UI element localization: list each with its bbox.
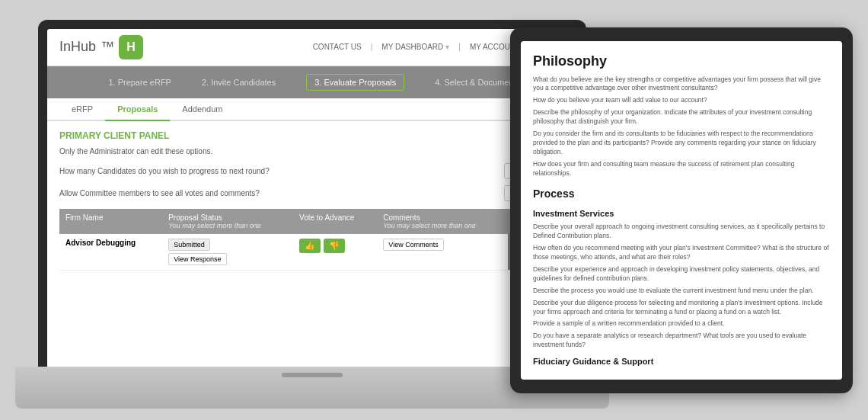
tab-addendum[interactable]: Addendum [170, 98, 235, 121]
my-dashboard-label: MY DASHBOARD [381, 43, 443, 51]
tablet-inv-para-5: Describe your due diligence process for … [533, 299, 830, 317]
separator-1: | [371, 43, 373, 51]
app-header: InHub ™ H CONTACT US | MY DASHBOARD ▾ | [47, 29, 577, 66]
tablet-philosophy-title: Philosophy [533, 53, 830, 69]
tablet-para-3: Describe the philosophy of your organiza… [533, 108, 830, 127]
tablet-inv-para-1: Describe your overall approach to ongoin… [533, 223, 830, 241]
tab-proposals[interactable]: Proposals [105, 98, 170, 121]
vote-up-button[interactable]: 👍 [299, 239, 321, 253]
status-badge: Submitted [168, 239, 210, 251]
laptop-screen-outer: InHub ™ H CONTACT US | MY DASHBOARD ▾ | [38, 20, 586, 367]
tablet-body: What do you believe are the key strength… [533, 75, 830, 368]
step-2[interactable]: 2. Invite Candidates [202, 78, 276, 87]
firm-name: Advisor Debugging [65, 239, 136, 247]
col-comments-header: Comments You may select more than one [377, 209, 508, 234]
tablet-screen: Philosophy What do you believe are the k… [521, 41, 842, 380]
view-response-button[interactable]: View Response [168, 253, 226, 265]
tablet-para-2: How do you believe your team will add va… [533, 96, 830, 105]
candidates-label: How many Candidates do you wish to progr… [59, 167, 498, 175]
view-comments-button[interactable]: View Comments [383, 239, 443, 251]
logo-icon: H [119, 35, 143, 59]
table-row: Advisor Debugging Submitted View Respons… [59, 234, 565, 271]
admin-note: Only the Administrator can edit these op… [59, 147, 565, 155]
separator-dash: ▾ [445, 43, 449, 51]
tab-bar: eRFP Proposals Addendum [47, 98, 577, 121]
proposals-table: Firm Name Proposal Status You may select… [59, 209, 565, 271]
tab-erfp[interactable]: eRFP [59, 98, 105, 121]
step-3[interactable]: 3. Evaluate Proposals [306, 74, 404, 91]
tablet-investment-services-title: Investment Services [533, 208, 830, 220]
tablet-inv-para-6: Provide a sample of a written recommenda… [533, 319, 830, 329]
logo-area: InHub ™ H [59, 35, 143, 59]
vote-cell: 👍 👎 [293, 234, 377, 271]
col-status-header: Proposal Status You may select more than… [162, 209, 293, 234]
col-vote-header: Vote to Advance [293, 209, 377, 234]
logo-text: InHub [59, 39, 96, 55]
steps-navigation: 1. Prepare eRFP 2. Invite Candidates 3. … [47, 66, 577, 98]
committee-form-row: Allow Committee members to see all votes… [59, 185, 565, 201]
status-cell: Submitted View Response [162, 234, 293, 271]
contact-us-link[interactable]: CONTACT US [313, 43, 362, 51]
section-title: PRIMARY CLIENT PANEL [59, 130, 565, 141]
vote-buttons: 👍 👎 [299, 239, 371, 253]
vote-down-button[interactable]: 👎 [324, 239, 345, 253]
tablet-device: Philosophy What do you believe are the k… [510, 27, 853, 393]
candidates-form-row: How many Candidates do you wish to progr… [59, 163, 565, 179]
my-dashboard-nav[interactable]: MY DASHBOARD ▾ [381, 43, 449, 51]
laptop-screen: InHub ™ H CONTACT US | MY DASHBOARD ▾ | [47, 29, 577, 367]
committee-label: Allow Committee members to see all votes… [59, 189, 498, 197]
main-content: PRIMARY CLIENT PANEL Only the Administra… [47, 121, 577, 280]
tablet-inv-para-3: Describe your experience and approach in… [533, 265, 830, 284]
tablet-fiduciary-title: Fiduciary Guidance & Support [533, 356, 830, 367]
comments-cell: View Comments [377, 234, 508, 271]
tablet-para-4: Do you consider the firm and its consult… [533, 130, 830, 157]
separator-2: | [458, 43, 461, 51]
tablet-para-5: How does your firm and consulting team m… [533, 160, 830, 178]
tablet-inv-para-7: Do you have a separate analytics or rese… [533, 332, 830, 350]
step-1[interactable]: 1. Prepare eRFP [108, 78, 171, 87]
tablet-inv-para-4: Describe the process you would use to ev… [533, 287, 830, 296]
logo-trademark: ™ [101, 39, 114, 55]
step-4[interactable]: 4. Select & Document [435, 78, 515, 87]
col-firm-header: Firm Name [59, 209, 162, 234]
tablet-para-1: What do you believe are the key strength… [533, 75, 830, 94]
tablet-inv-para-2: How often do you recommend meeting with … [533, 244, 830, 262]
tablet-process-title: Process [533, 187, 830, 202]
firm-cell: Advisor Debugging [59, 234, 162, 271]
